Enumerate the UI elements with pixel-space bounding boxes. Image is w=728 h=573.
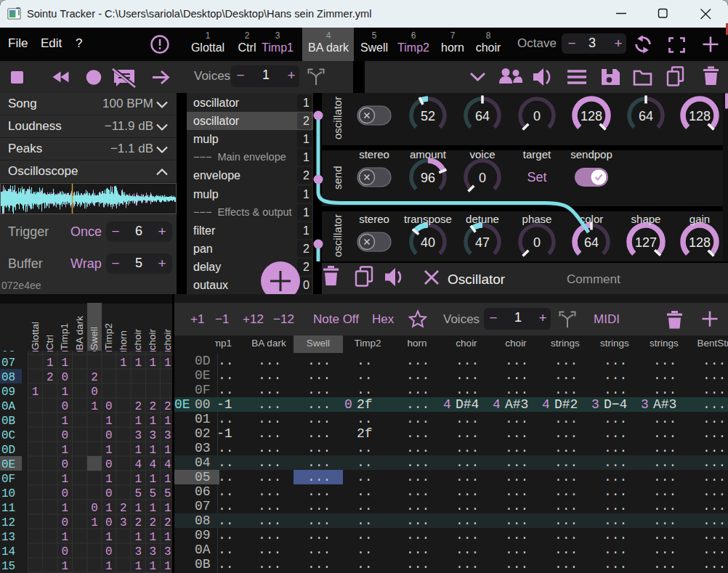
svg-text:128: 128 <box>689 109 711 123</box>
svg-text:127: 127 <box>635 235 657 250</box>
svg-text:64: 64 <box>639 109 653 123</box>
svg-text:128: 128 <box>689 235 711 250</box>
